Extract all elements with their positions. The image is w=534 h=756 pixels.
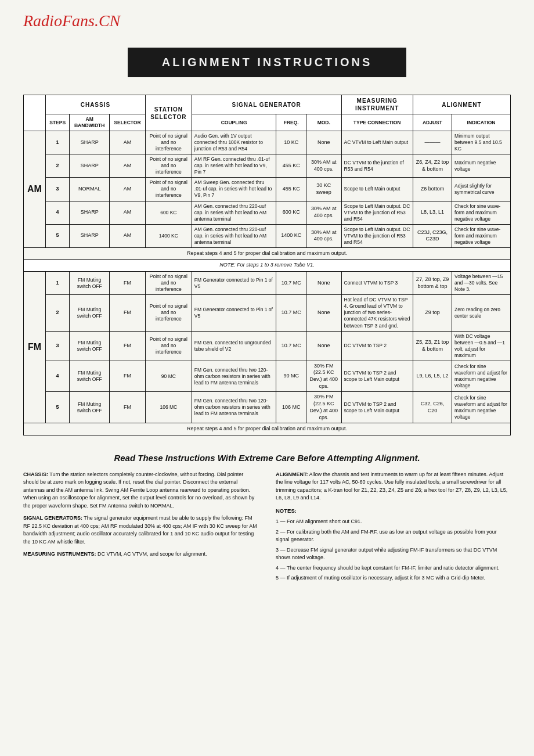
table-row: 106 MC bbox=[145, 392, 192, 423]
adjust-subheader: ADJUST bbox=[413, 114, 452, 131]
table-row: C23J, C23G, C23D bbox=[413, 224, 452, 247]
table-row: AM Gen. connected thru 220-uuf cap. in s… bbox=[192, 201, 276, 224]
table-row: Point of no signal and no interference bbox=[145, 295, 192, 331]
table-row: Hot lead of DC VTVM to TSP 4. Ground lea… bbox=[341, 295, 413, 331]
signal-gen-header: SIGNAL GENERATOR bbox=[192, 95, 341, 114]
alignment-header: ALIGNMENT bbox=[413, 95, 510, 114]
coupling-subheader: COUPLING bbox=[192, 114, 276, 131]
measuring-header: MEASURING INSTRUMENT bbox=[341, 95, 413, 114]
table-row: None bbox=[306, 272, 342, 295]
table-row: DC VTVM to TSP 2 and scope to Left Main … bbox=[341, 361, 413, 392]
table-row: 4 bbox=[45, 361, 69, 392]
footer-right-section: ALIGNMENT: Allow the chassis and test in… bbox=[276, 471, 511, 502]
table-row: Z6 bottom bbox=[413, 178, 452, 201]
table-row: 600 KC bbox=[276, 201, 306, 224]
table-row: L8, L3, L1 bbox=[413, 201, 452, 224]
table-row: 3 bbox=[45, 178, 69, 201]
table-row: SHARP bbox=[70, 131, 110, 154]
table-row: 10.7 MC bbox=[276, 272, 306, 295]
table-row: 30 KC sweep bbox=[306, 178, 342, 201]
table-row: Audio Gen. with 1V output connected thru… bbox=[192, 131, 276, 154]
table-row: FM Gen. connected thru two 120-ohm carbo… bbox=[192, 361, 276, 392]
table-row: 600 KC bbox=[145, 201, 192, 224]
table-row: SHARP bbox=[70, 201, 110, 224]
table-row: Check for sine wave-form and maximum neg… bbox=[452, 201, 511, 224]
table-row: Check for sine waveform and adjust for m… bbox=[452, 392, 511, 423]
table-row: FM bbox=[110, 272, 146, 295]
table-row: C32, C26, C20 bbox=[413, 392, 452, 423]
table-row: 3 bbox=[45, 331, 69, 361]
table-row: Z7, Z8 top, Z9 bottom & top bbox=[413, 272, 452, 295]
footer-right: ALIGNMENT: Allow the chassis and test in… bbox=[276, 471, 511, 585]
table-row: Maximum negative voltage bbox=[452, 154, 511, 178]
table-row: FM Generator connected to Pin 1 of V5 bbox=[192, 295, 276, 331]
table-row: Point of no signal and no interference bbox=[145, 178, 192, 201]
footer-title: Read These Instructions With Extreme Car… bbox=[23, 453, 511, 463]
table-row: 30% AM at 400 cps. bbox=[306, 224, 342, 247]
table-row: 455 KC bbox=[276, 178, 306, 201]
table-row: 30% FM (22.5 KC Dev.) at 400 cps. bbox=[306, 392, 342, 423]
table-row: 2 bbox=[45, 295, 69, 331]
table-row: FM bbox=[110, 295, 146, 331]
table-row: 455 KC bbox=[276, 154, 306, 178]
table-row: FM bbox=[110, 361, 146, 392]
table-row: FM Muting switch OFF bbox=[70, 295, 110, 331]
fm-repeat-row: Repeat steps 4 and 5 for proper dial cal… bbox=[24, 423, 511, 435]
table-row: AM bbox=[110, 224, 146, 247]
empty-header bbox=[24, 95, 46, 131]
selector-subheader: SELECTOR bbox=[110, 114, 146, 131]
table-row: L9, L6, L5, L2 bbox=[413, 361, 452, 392]
chassis-header: CHASSIS bbox=[45, 95, 145, 114]
table-row: SHARP bbox=[70, 154, 110, 178]
notes-title: NOTES: bbox=[276, 507, 511, 515]
table-row: With DC voltage between —0.5 and —1 volt… bbox=[452, 331, 511, 361]
table-row: 30% FM (22.5 KC Dev.) at 400 cps. bbox=[306, 361, 342, 392]
table-row: AM RF Gen. connected thru .01-uf cap. in… bbox=[192, 154, 276, 178]
footer-left-section: MEASURING INSTRUMENTS: DC VTVM, AC VTVM,… bbox=[23, 550, 258, 559]
table-row: FM Gen. connected to ungrounded tube shi… bbox=[192, 331, 276, 361]
table-row: FM bbox=[110, 392, 146, 423]
table-row: 30% AM at 400 cps. bbox=[306, 201, 342, 224]
footer-section: Read These Instructions With Extreme Car… bbox=[23, 453, 511, 585]
table-row: 4 bbox=[45, 201, 69, 224]
table-row: 90 MC bbox=[145, 361, 192, 392]
note-item: 4 — The center frequency should be kept … bbox=[276, 564, 511, 573]
notes-section: NOTES:1 — For AM alignment short out C91… bbox=[276, 507, 511, 582]
table-row: Adjust slightly for symmetrical curve bbox=[452, 178, 511, 201]
table-row: FM bbox=[110, 331, 146, 361]
table-row: Z9 top bbox=[413, 295, 452, 331]
table-row: DC VTVM to TSP 2 and scope to Left Main … bbox=[341, 392, 413, 423]
table-row: 10.7 MC bbox=[276, 295, 306, 331]
footer-columns: CHASSIS: Turn the station selectors comp… bbox=[23, 471, 511, 585]
table-row: FM Gen. connected thru two 120-ohm carbo… bbox=[192, 392, 276, 423]
footer-left: CHASSIS: Turn the station selectors comp… bbox=[23, 471, 258, 585]
table-row: Point of no signal and no interference bbox=[145, 331, 192, 361]
mod-subheader: MOD. bbox=[306, 114, 342, 131]
table-row: FM Muting switch OFF bbox=[70, 392, 110, 423]
footer-left-section: SIGNAL GENERATORS: The signal generator … bbox=[23, 514, 258, 546]
table-row: AM Sweep Gen. connected thru .01-uf cap.… bbox=[192, 178, 276, 201]
table-row: FM Generator connected to Pin 1 of V5 bbox=[192, 272, 276, 295]
table-row: AM Gen. connected thru 220-uuf cap. in s… bbox=[192, 224, 276, 247]
table-row: ——— bbox=[413, 131, 452, 154]
table-row: 10 KC bbox=[276, 131, 306, 154]
table-row: Z6, Z4, Z2 top & bottom bbox=[413, 154, 452, 178]
table-row: Minimum output between 9.5 and 10.5 KC bbox=[452, 131, 511, 154]
note-item: 1 — For AM alignment short out C91. bbox=[276, 518, 511, 526]
am-repeat-row: Repeat steps 4 and 5 for proper dial cal… bbox=[24, 247, 511, 260]
page-title: ALIGNMENT INSTRUCTIONS bbox=[128, 48, 406, 77]
fm-label: FM bbox=[24, 272, 46, 423]
table-row: NORMAL bbox=[70, 178, 110, 201]
table-row: Point of no signal and no interference bbox=[145, 154, 192, 178]
site-title: RadioFans.CN bbox=[23, 12, 511, 30]
table-row: AC VTVM to Left Main output bbox=[341, 131, 413, 154]
station-selector-header: STATION SELECTOR bbox=[145, 95, 192, 131]
table-row: 1 bbox=[45, 131, 69, 154]
table-row: 2 bbox=[45, 154, 69, 178]
table-row: 5 bbox=[45, 392, 69, 423]
table-row: Connect VTVM to TSP 3 bbox=[341, 272, 413, 295]
table-row: 90 MC bbox=[276, 361, 306, 392]
table-row: 1400 KC bbox=[145, 224, 192, 247]
table-row: FM Muting switch OFF bbox=[70, 331, 110, 361]
freq-subheader: FREQ. bbox=[276, 114, 306, 131]
